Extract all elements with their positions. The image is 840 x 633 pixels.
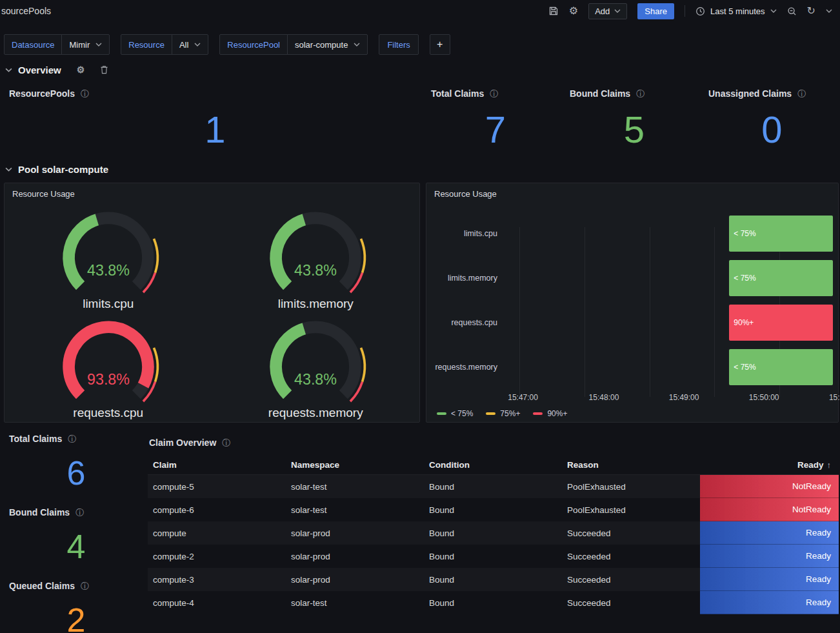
stat-title: Unassigned Claims xyxy=(708,88,792,99)
filters-button[interactable]: Filters xyxy=(379,34,418,55)
column-header-condition[interactable]: Condition xyxy=(424,460,562,470)
stat-title: Queued Claims xyxy=(9,581,75,591)
info-icon[interactable]: ⓘ xyxy=(636,90,645,98)
x-tick: 15:50:00 xyxy=(749,393,779,402)
cell-namespace: solar-prod xyxy=(286,521,424,545)
timeline-row: limits.memory < 75% xyxy=(426,260,838,296)
row-title[interactable]: Overview xyxy=(18,65,61,75)
pool-panels-row: Resource Usage 43.8% limits.cpu 43.8% li… xyxy=(4,183,839,423)
row-collapse-icon[interactable] xyxy=(5,68,12,72)
panel-title: Resource Usage xyxy=(5,183,419,204)
info-icon[interactable]: ⓘ xyxy=(81,90,89,98)
filter-resource: Resource All xyxy=(121,34,208,55)
table-row: compute-3 solar-prod Bound Succeeded Rea… xyxy=(148,568,839,591)
share-button[interactable]: Share xyxy=(637,3,674,19)
gauge-label: requests.cpu xyxy=(73,406,143,420)
stat-title: ResourcePools xyxy=(9,88,75,99)
clock-icon xyxy=(695,6,705,16)
timeline-row-label: requests.cpu xyxy=(426,305,504,341)
timeline-x-axis: 15:47:00 15:48:00 15:49:00 15:50:00 15:5… xyxy=(504,393,840,403)
refresh-icon[interactable]: ↻ xyxy=(807,6,815,16)
cell-claim: compute-5 xyxy=(148,475,286,498)
stat-panel-bound-claims-pool: Bound Claimsⓘ 4 xyxy=(4,502,148,576)
row-collapse-icon[interactable] xyxy=(5,167,12,172)
info-icon[interactable]: ⓘ xyxy=(222,439,230,447)
table-body: compute-5 solar-test Bound PoolExhausted… xyxy=(148,475,839,614)
filter-datasource-value[interactable]: Mimir xyxy=(61,34,110,55)
cell-namespace: solar-test xyxy=(286,591,424,614)
gauge-label: limits.cpu xyxy=(83,297,134,311)
cell-reason: PoolExhausted xyxy=(562,475,700,498)
filter-resource-label[interactable]: Resource xyxy=(121,34,172,55)
filter-resourcepool-value[interactable]: solar-compute xyxy=(287,34,368,55)
cell-condition: Bound xyxy=(424,475,562,498)
topbar-actions: ⚙ Add Share Last 5 minutes ↻ xyxy=(548,3,832,19)
legend-item[interactable]: 90%+ xyxy=(533,409,567,418)
legend-item[interactable]: < 75% xyxy=(437,409,473,418)
stat-value: 1 xyxy=(9,99,421,159)
stat-panel-total-claims-pool: Total Claimsⓘ 6 xyxy=(4,428,148,502)
stat-title: Total Claims xyxy=(9,434,62,444)
info-icon[interactable]: ⓘ xyxy=(797,90,806,98)
gauge-arc: 43.8% xyxy=(48,206,168,296)
table-row: compute-4 solar-test Bound Succeeded Rea… xyxy=(148,591,839,614)
x-tick: 15:47:00 xyxy=(508,393,538,402)
row-header-pool: Pool solar-compute xyxy=(5,162,840,176)
stat-title: Total Claims xyxy=(431,88,484,99)
claims-section: Total Claimsⓘ 6 Bound Claimsⓘ 4 Queued C… xyxy=(4,428,839,633)
info-icon[interactable]: ⓘ xyxy=(81,582,89,590)
filter-datasource-label[interactable]: Datasource xyxy=(4,34,62,55)
chevron-down-icon xyxy=(770,9,777,13)
column-header-reason[interactable]: Reason xyxy=(562,460,700,470)
cell-reason: PoolExhausted xyxy=(562,498,700,521)
info-icon[interactable]: ⓘ xyxy=(68,435,76,443)
table-row: compute-2 solar-prod Bound Succeeded Rea… xyxy=(148,545,839,568)
row-header-overview: Overview ⚙ xyxy=(5,63,840,77)
stat-title: Bound Claims xyxy=(9,507,70,517)
zoom-out-time-icon[interactable] xyxy=(787,6,797,16)
chevron-down-icon xyxy=(194,43,201,46)
timeline-row-label: requests.memory xyxy=(426,349,504,385)
table-row: compute-5 solar-test Bound PoolExhausted… xyxy=(148,475,839,498)
time-range-picker[interactable]: Last 5 minutes xyxy=(695,6,777,16)
row-title[interactable]: Pool solar-compute xyxy=(18,164,108,175)
timeline-rows: limits.cpu < 75% limits.memory < 75% req… xyxy=(426,216,838,385)
stat-panel-unassigned-claims: Unassigned Claimsⓘ 0 xyxy=(703,83,840,159)
column-header-claim[interactable]: Claim xyxy=(148,460,286,470)
table-row: compute-6 solar-test Bound PoolExhausted… xyxy=(148,498,839,521)
overview-stats-row: ResourcePoolsⓘ 1 Total Claimsⓘ 7 Bound C… xyxy=(4,83,840,159)
gauge-label: requests.memory xyxy=(268,406,363,420)
filter-resource-value[interactable]: All xyxy=(172,34,208,55)
info-icon[interactable]: ⓘ xyxy=(75,508,84,517)
info-icon[interactable]: ⓘ xyxy=(490,90,498,98)
row-settings-gear-icon[interactable]: ⚙ xyxy=(77,65,85,74)
stat-panel-bound-claims: Bound Claimsⓘ 5 xyxy=(565,83,703,159)
time-range-label: Last 5 minutes xyxy=(710,6,765,16)
state-block: < 75% xyxy=(729,216,833,252)
add-button[interactable]: Add xyxy=(588,3,627,19)
filter-datasource: Datasource Mimir xyxy=(4,34,110,55)
stat-panel-total-claims: Total Claimsⓘ 7 xyxy=(426,83,565,159)
legend-label: 90%+ xyxy=(547,409,567,418)
filter-resourcepool-current: solar-compute xyxy=(295,40,348,50)
filter-resourcepool: ResourcePool solar-compute xyxy=(219,34,368,55)
cell-namespace: solar-prod xyxy=(286,568,424,591)
top-navigation-bar: sourcePools ⚙ Add Share Last 5 minutes ↻ xyxy=(0,0,840,22)
stat-value: 5 xyxy=(570,99,698,159)
legend-swatch xyxy=(437,412,446,415)
cell-claim: compute-3 xyxy=(148,568,286,591)
gauge-limits-memory: 43.8% limits.memory xyxy=(212,204,420,313)
column-header-ready[interactable]: Ready ↑ xyxy=(700,460,839,470)
stat-value: 7 xyxy=(431,99,559,159)
save-dashboard-icon[interactable] xyxy=(548,6,559,16)
filter-resourcepool-label[interactable]: ResourcePool xyxy=(219,34,288,55)
legend-item[interactable]: 75%+ xyxy=(486,409,520,418)
row-delete-trash-icon[interactable] xyxy=(100,65,108,74)
add-filter-button[interactable]: + xyxy=(430,34,450,55)
panel-title: Resource Usage xyxy=(426,183,838,204)
dashboard-settings-icon[interactable]: ⚙ xyxy=(569,6,578,16)
column-header-namespace[interactable]: Namespace xyxy=(286,460,424,470)
x-tick: 15:51:00 xyxy=(829,393,840,402)
cell-reason: Succeeded xyxy=(562,545,700,568)
refresh-interval-chevron-icon[interactable] xyxy=(826,9,832,13)
